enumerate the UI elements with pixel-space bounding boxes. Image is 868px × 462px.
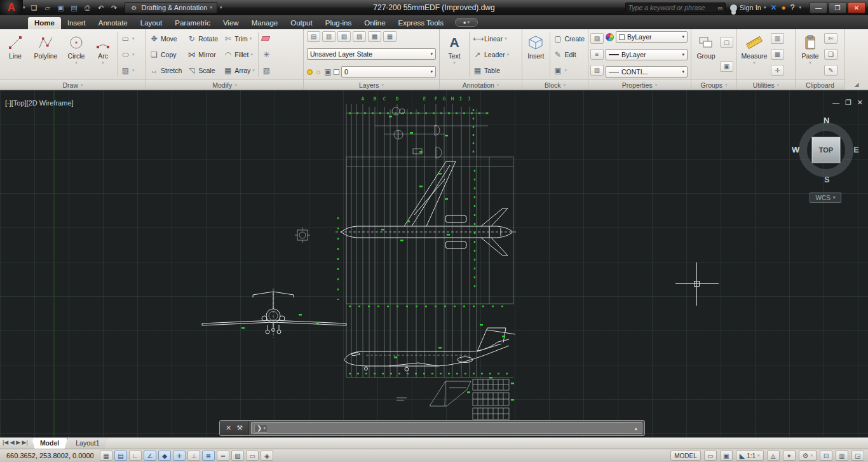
help-icon[interactable]: ? bbox=[790, 3, 795, 12]
block-attributes-button[interactable]: ▣▾ bbox=[552, 65, 586, 76]
edit-block-button[interactable]: ✎Edit bbox=[552, 49, 586, 60]
circle-button[interactable]: Circle ▾ bbox=[63, 31, 90, 78]
close-button[interactable]: ✕ bbox=[848, 2, 865, 13]
panel-title-draw[interactable]: Draw▾ bbox=[0, 79, 146, 90]
object-color-dropdown[interactable]: ByLayer▾ bbox=[616, 31, 688, 43]
rotate-button[interactable]: ↻Rotate bbox=[186, 33, 219, 44]
text-button[interactable]: A Text ▾ bbox=[442, 31, 467, 78]
array-button[interactable]: ▦Array▾ bbox=[222, 65, 256, 76]
command-line-grip[interactable]: ✕ ⚒ bbox=[220, 421, 249, 435]
drawing-minimize-icon[interactable]: — bbox=[832, 99, 839, 107]
workspace-switch-button[interactable]: ⚙ ▾ bbox=[799, 451, 817, 461]
erase-button[interactable] bbox=[261, 33, 273, 44]
help-search[interactable]: ∞ bbox=[625, 3, 726, 13]
layer-off-icon[interactable]: ▦ bbox=[383, 31, 397, 42]
table-button[interactable]: ▦Table bbox=[471, 65, 510, 76]
list-icon[interactable]: ▥ bbox=[590, 65, 604, 76]
panel-title-utilities[interactable]: Utilities▾ bbox=[737, 79, 795, 90]
toolbar-lock-icon[interactable]: ⊡ bbox=[820, 451, 832, 461]
viewport-controls-label[interactable]: [-][Top][2D Wireframe] bbox=[5, 99, 74, 107]
transparency-toggle[interactable]: ▧ bbox=[231, 451, 244, 461]
quick-view-drawings-icon[interactable]: ▣ bbox=[720, 451, 733, 461]
circle-flyout-arrow-icon[interactable]: ▾ bbox=[75, 60, 78, 65]
open-file-icon[interactable]: ▱ bbox=[43, 3, 53, 13]
panel-title-groups[interactable]: Groups▾ bbox=[691, 79, 736, 90]
command-input-field[interactable]: ❯▾ ▴ bbox=[251, 422, 642, 434]
otrack-toggle[interactable]: ✛ bbox=[173, 451, 186, 461]
tab-annotate[interactable]: Annotate bbox=[92, 17, 134, 29]
ortho-toggle[interactable]: ∟ bbox=[129, 451, 142, 461]
tab-express-tools[interactable]: Express Tools bbox=[392, 17, 450, 29]
group-button[interactable]: Group bbox=[693, 31, 719, 78]
layer-state-dropdown[interactable]: Unsaved Layer State▾ bbox=[307, 48, 436, 60]
app-menu-arrow-icon[interactable]: ▾ bbox=[23, 5, 25, 10]
tab-view[interactable]: View bbox=[217, 17, 245, 29]
polar-toggle[interactable]: ∠ bbox=[144, 451, 156, 461]
layer-properties-icon[interactable]: ▤ bbox=[307, 31, 320, 42]
command-close-icon[interactable]: ✕ bbox=[226, 424, 231, 432]
insert-block-button[interactable]: Insert bbox=[524, 31, 548, 78]
explode-button[interactable]: ✳ bbox=[261, 49, 273, 60]
layer-freeze-icon[interactable]: ▩ bbox=[368, 31, 381, 42]
scale-button[interactable]: ◹Scale bbox=[186, 65, 219, 76]
panel-title-modify[interactable]: Modify▾ bbox=[146, 79, 303, 90]
qat-customize-arrow-icon[interactable]: ▾ bbox=[220, 5, 222, 10]
quick-calc-icon[interactable]: ▦ bbox=[771, 49, 784, 60]
layer-isolate-icon[interactable]: ▨ bbox=[353, 31, 366, 42]
viewcube[interactable]: N S W E TOP bbox=[793, 117, 859, 183]
search-binoculars-icon[interactable]: ∞ bbox=[718, 4, 723, 11]
paste-flyout-arrow-icon[interactable]: ▾ bbox=[809, 60, 811, 65]
measure-button[interactable]: Measure ▾ bbox=[739, 31, 770, 78]
quick-select-icon[interactable]: ▥ bbox=[771, 33, 784, 44]
snap-toggle[interactable]: ▦ bbox=[100, 451, 112, 461]
panel-title-layers[interactable]: Layers▾ bbox=[304, 79, 439, 90]
arc-button[interactable]: Arc ▾ bbox=[91, 31, 115, 78]
exchange-apps-icon[interactable]: ✕ bbox=[770, 3, 776, 12]
quick-properties-toggle[interactable]: ▭ bbox=[246, 451, 259, 461]
line-button[interactable]: Line bbox=[2, 31, 29, 78]
drawing-restore-icon[interactable]: ❐ bbox=[845, 99, 851, 107]
properties-palette-icon[interactable]: ≡ bbox=[590, 49, 604, 60]
layer-match-icon[interactable]: ▥ bbox=[322, 31, 336, 42]
cut-icon[interactable]: ✄ bbox=[824, 33, 837, 44]
command-history-arrow-icon[interactable]: ▴ bbox=[632, 425, 639, 431]
viewcube-south[interactable]: S bbox=[824, 175, 830, 184]
group-edit-icon[interactable]: ▣ bbox=[720, 61, 733, 72]
selection-cycling-toggle[interactable]: ◈ bbox=[261, 451, 273, 461]
paste-button[interactable]: Paste ▾ bbox=[797, 31, 823, 78]
lwt-toggle[interactable]: ━ bbox=[217, 451, 229, 461]
copy-clip-icon[interactable]: ❏ bbox=[824, 49, 837, 60]
text-flyout-arrow-icon[interactable]: ▾ bbox=[453, 60, 456, 65]
autoscale-icon[interactable]: ✦ bbox=[783, 451, 796, 461]
ribbon-expand-arrow-icon[interactable]: ◢ bbox=[845, 29, 868, 90]
layer-color-swatch[interactable] bbox=[334, 69, 339, 75]
wcs-dropdown[interactable]: WCS▾ bbox=[810, 193, 841, 203]
annotation-visibility-icon[interactable]: ◬ bbox=[767, 451, 780, 461]
linear-dimension-button[interactable]: ⟷Linear▾ bbox=[471, 33, 510, 44]
redo-icon[interactable]: ↷ bbox=[109, 3, 119, 13]
signin-button[interactable]: Sign In ▾ bbox=[730, 4, 766, 11]
layer-prev-icon[interactable]: ▧ bbox=[337, 31, 351, 42]
app-logo-icon[interactable]: A bbox=[0, 0, 23, 15]
rectangle-tool-button[interactable]: ▭▾ bbox=[119, 33, 136, 44]
help-search-input[interactable] bbox=[628, 4, 715, 11]
drawing-close-icon[interactable]: ✕ bbox=[857, 99, 863, 107]
ribbon-options-pill[interactable]: ● ▾ bbox=[455, 18, 478, 27]
ellipse-tool-button[interactable]: ⬭▾ bbox=[119, 49, 136, 60]
id-point-icon[interactable]: ✛ bbox=[771, 65, 784, 76]
workspace-dropdown[interactable]: ⚙ Drafting & Annotation ▾ bbox=[125, 2, 217, 13]
trim-button[interactable]: ✄Trim▾ bbox=[222, 33, 256, 44]
grid-toggle[interactable]: ▤ bbox=[114, 451, 127, 461]
measure-flyout-arrow-icon[interactable]: ▾ bbox=[753, 60, 756, 65]
tab-layout1[interactable]: Layout1 bbox=[67, 438, 107, 449]
panel-title-annotation[interactable]: Annotation▾ bbox=[440, 79, 522, 90]
current-layer-dropdown[interactable]: 0▾ bbox=[341, 66, 436, 78]
tab-manage[interactable]: Manage bbox=[245, 17, 285, 29]
linetype-dropdown[interactable]: CONTI...▾ bbox=[606, 66, 688, 78]
create-block-button[interactable]: ▢Create bbox=[552, 33, 586, 44]
viewcube-west[interactable]: W bbox=[792, 145, 799, 154]
copy-button[interactable]: ❏Copy bbox=[148, 49, 183, 60]
command-input[interactable] bbox=[271, 424, 630, 433]
arc-flyout-arrow-icon[interactable]: ▾ bbox=[102, 60, 104, 65]
minimize-button[interactable]: — bbox=[810, 2, 827, 13]
